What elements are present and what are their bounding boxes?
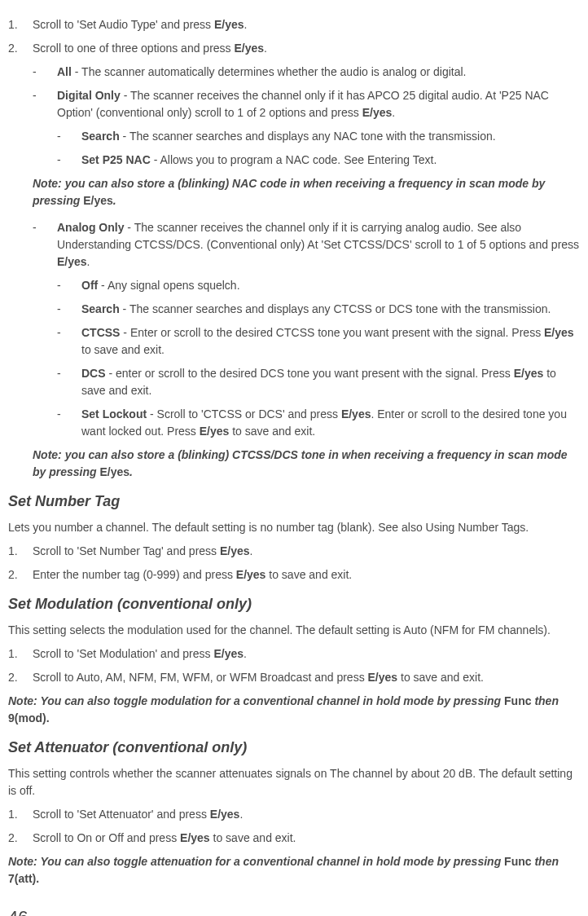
step-2: 2. Scroll to one of three options and pr… bbox=[8, 40, 580, 57]
dash-icon: - bbox=[33, 219, 57, 271]
option-text: Search - The scanner searches and displa… bbox=[81, 301, 551, 318]
option-analog-only: - Analog Only - The scanner receives the… bbox=[33, 219, 580, 271]
option-dcs: - DCS - enter or scroll to the desired D… bbox=[57, 365, 580, 399]
step-text: Scroll to On or Off and press E/yes to s… bbox=[33, 830, 296, 847]
option-digital-only: - Digital Only - The scanner receives th… bbox=[33, 87, 580, 121]
dash-icon: - bbox=[57, 277, 81, 294]
modulation-note: Note: You can also toggle modulation for… bbox=[8, 693, 580, 727]
step-text: Scroll to one of three options and press… bbox=[33, 40, 267, 57]
option-search-analog: - Search - The scanner searches and disp… bbox=[57, 301, 580, 318]
step-text: Enter the number tag (0-999) and press E… bbox=[33, 566, 352, 584]
option-text: All - The scanner automatically determin… bbox=[57, 64, 466, 81]
option-text: Set P25 NAC - Allows you to program a NA… bbox=[81, 152, 437, 169]
option-set-lockout: - Set Lockout - Scroll to 'CTCSS or DCS'… bbox=[57, 406, 580, 440]
step-text: Scroll to 'Set Attenuator' and press E/y… bbox=[33, 806, 243, 823]
step-number: 2. bbox=[8, 830, 33, 847]
note-nac: Note: you can also store a (blinking) NA… bbox=[33, 175, 580, 209]
option-text: Search - The scanner searches and displa… bbox=[81, 128, 496, 145]
number-tag-step-1: 1. Scroll to 'Set Number Tag' and press … bbox=[8, 543, 580, 560]
option-text: CTCSS - Enter or scroll to the desired C… bbox=[81, 324, 580, 359]
modulation-step-2: 2. Scroll to Auto, AM, NFM, FM, WFM, or … bbox=[8, 669, 580, 686]
step-text: Scroll to 'Set Audio Type' and press E/y… bbox=[33, 16, 247, 33]
option-text: Off - Any signal opens squelch. bbox=[81, 277, 240, 294]
dash-icon: - bbox=[57, 406, 81, 440]
note-ctcss-dcs: Note: you can also store a (blinking) CT… bbox=[33, 447, 580, 481]
modulation-step-1: 1. Scroll to 'Set Modulation' and press … bbox=[8, 645, 580, 663]
dash-icon: - bbox=[57, 301, 81, 318]
step-text: Scroll to Auto, AM, NFM, FM, WFM, or WFM… bbox=[33, 669, 484, 686]
dash-icon: - bbox=[33, 87, 57, 121]
step-number: 1. bbox=[8, 806, 33, 823]
option-text: Digital Only - The scanner receives the … bbox=[57, 87, 580, 121]
dash-icon: - bbox=[57, 324, 81, 359]
attenuator-step-2: 2. Scroll to On or Off and press E/yes t… bbox=[8, 830, 580, 847]
step-number: 2. bbox=[8, 40, 33, 57]
option-text: DCS - enter or scroll to the desired DCS… bbox=[81, 365, 580, 399]
step-1: 1. Scroll to 'Set Audio Type' and press … bbox=[8, 16, 580, 33]
dash-icon: - bbox=[33, 64, 57, 81]
page-number: 46 bbox=[8, 904, 580, 916]
option-search-digital: - Search - The scanner searches and disp… bbox=[57, 128, 580, 145]
option-ctcss: - CTCSS - Enter or scroll to the desired… bbox=[57, 324, 580, 359]
dash-icon: - bbox=[57, 365, 81, 399]
step-number: 1. bbox=[8, 543, 33, 560]
step-text: Scroll to 'Set Number Tag' and press E/y… bbox=[33, 543, 252, 560]
step-number: 2. bbox=[8, 669, 33, 686]
dash-icon: - bbox=[57, 128, 81, 145]
number-tag-step-2: 2. Enter the number tag (0-999) and pres… bbox=[8, 566, 580, 584]
attenuator-step-1: 1. Scroll to 'Set Attenuator' and press … bbox=[8, 806, 580, 823]
step-number: 1. bbox=[8, 16, 33, 33]
option-off: - Off - Any signal opens squelch. bbox=[57, 277, 580, 294]
heading-set-attenuator: Set Attenuator (conventional only) bbox=[8, 737, 580, 759]
step-text: Scroll to 'Set Modulation' and press E/y… bbox=[33, 645, 247, 663]
heading-set-number-tag: Set Number Tag bbox=[8, 491, 580, 513]
option-all: - All - The scanner automatically determ… bbox=[33, 64, 580, 81]
option-set-p25-nac: - Set P25 NAC - Allows you to program a … bbox=[57, 152, 580, 169]
step-number: 2. bbox=[8, 566, 33, 584]
attenuator-note: Note: You can also toggle attenuation fo… bbox=[8, 853, 580, 887]
modulation-intro: This setting selects the modulation used… bbox=[8, 622, 580, 639]
attenuator-intro: This setting controls whether the scanne… bbox=[8, 765, 580, 799]
step-number: 1. bbox=[8, 645, 33, 663]
option-text: Set Lockout - Scroll to 'CTCSS or DCS' a… bbox=[81, 406, 580, 440]
heading-set-modulation: Set Modulation (conventional only) bbox=[8, 593, 580, 615]
dash-icon: - bbox=[57, 152, 81, 169]
option-text: Analog Only - The scanner receives the c… bbox=[57, 219, 580, 271]
number-tag-intro: Lets you number a channel. The default s… bbox=[8, 519, 580, 536]
